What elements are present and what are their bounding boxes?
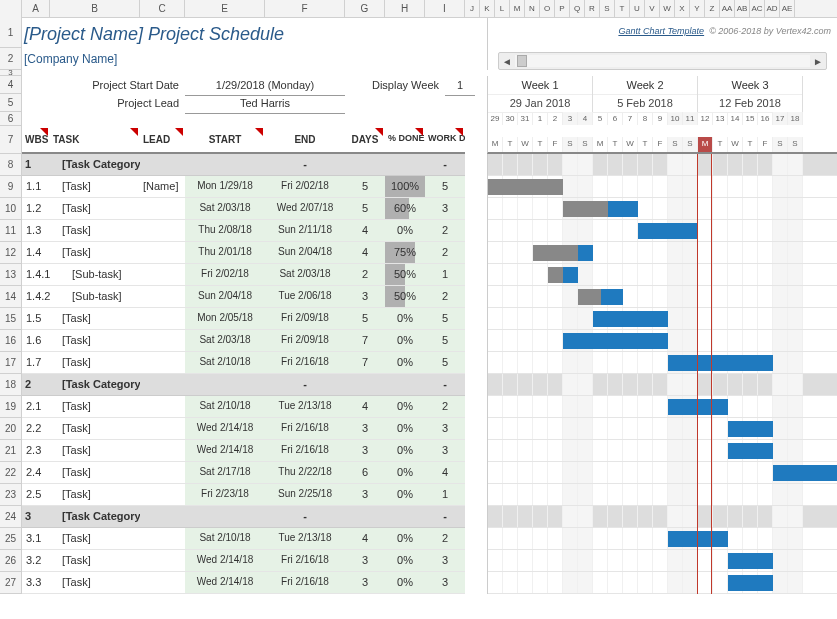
row-header-24[interactable]: 24 bbox=[0, 506, 22, 528]
cell-lead[interactable] bbox=[140, 550, 185, 572]
task-row[interactable]: 141.4.2[Sub-task]Sun 2/04/18Tue 2/06/183… bbox=[0, 286, 837, 308]
col-header-AB[interactable]: AB bbox=[735, 0, 750, 17]
task-row[interactable]: 212.3[Task]Wed 2/14/18Fri 2/16/1830%3 bbox=[0, 440, 837, 462]
task-row[interactable]: 101.2[Task]Sat 2/03/18Wed 2/07/18560%3 bbox=[0, 198, 837, 220]
cell-lead[interactable] bbox=[140, 374, 185, 396]
cell-end[interactable]: - bbox=[265, 154, 345, 176]
cell-end[interactable]: Sun 2/04/18 bbox=[265, 242, 345, 264]
cell-workdays[interactable]: 2 bbox=[425, 220, 465, 242]
col-header-S[interactable]: S bbox=[600, 0, 615, 17]
cell-workdays[interactable]: 2 bbox=[425, 528, 465, 550]
cell-lead[interactable] bbox=[140, 198, 185, 220]
gantt-bar[interactable] bbox=[668, 531, 728, 547]
row-header-13[interactable]: 13 bbox=[0, 264, 22, 286]
col-header-AA[interactable]: AA bbox=[720, 0, 735, 17]
cell-days[interactable]: 7 bbox=[345, 330, 385, 352]
row-header-11[interactable]: 11 bbox=[0, 220, 22, 242]
row-header-15[interactable]: 15 bbox=[0, 308, 22, 330]
lead-value[interactable]: Ted Harris bbox=[185, 93, 345, 114]
col-header-A[interactable]: A bbox=[22, 0, 50, 17]
cell-wbs[interactable]: 1.2 bbox=[22, 198, 50, 220]
week-scrollbar[interactable]: ◄ ► bbox=[498, 52, 827, 70]
cell-wbs[interactable]: 3.2 bbox=[22, 550, 50, 572]
gantt-cell[interactable] bbox=[488, 418, 837, 440]
category-row[interactable]: 243[Task Category]-- bbox=[0, 506, 837, 528]
gantt-bar[interactable] bbox=[548, 267, 578, 283]
cell-lead[interactable] bbox=[140, 484, 185, 506]
cell-end[interactable]: Sun 2/11/18 bbox=[265, 220, 345, 242]
row-header-4[interactable]: 4 bbox=[0, 76, 22, 94]
cell-task[interactable]: [Task] bbox=[50, 550, 140, 572]
cell-end[interactable]: Sat 2/03/18 bbox=[265, 264, 345, 286]
category-row[interactable]: 182[Task Category]-- bbox=[0, 374, 837, 396]
cell-end[interactable]: Sun 2/25/18 bbox=[265, 484, 345, 506]
cell-days[interactable] bbox=[345, 154, 385, 176]
cell-pct[interactable]: 0% bbox=[385, 462, 425, 484]
task-row[interactable]: 202.2[Task]Wed 2/14/18Fri 2/16/1830%3 bbox=[0, 418, 837, 440]
th-pct[interactable]: % DONE bbox=[385, 126, 425, 154]
cell-lead[interactable] bbox=[140, 352, 185, 374]
cell-start[interactable] bbox=[185, 506, 265, 528]
cell-task[interactable]: [Sub-task] bbox=[50, 286, 140, 308]
row-header-9[interactable]: 9 bbox=[0, 176, 22, 198]
gantt-cell[interactable] bbox=[488, 198, 837, 220]
cell-pct[interactable]: 0% bbox=[385, 352, 425, 374]
gantt-bar[interactable] bbox=[728, 421, 773, 437]
cell-start[interactable]: Sat 2/10/18 bbox=[185, 528, 265, 550]
cell-start[interactable]: Fri 2/02/18 bbox=[185, 264, 265, 286]
cell-lead[interactable] bbox=[140, 154, 185, 176]
task-row[interactable]: 121.4[Task]Thu 2/01/18Sun 2/04/18475%2 bbox=[0, 242, 837, 264]
display-week-value[interactable]: 1 bbox=[445, 75, 475, 96]
gantt-bar[interactable] bbox=[533, 245, 593, 261]
cell-task[interactable]: [Task Category] bbox=[50, 154, 140, 176]
cell-wbs[interactable]: 3.1 bbox=[22, 528, 50, 550]
cell-end[interactable]: Fri 2/16/18 bbox=[265, 572, 345, 594]
col-header-Y[interactable]: Y bbox=[690, 0, 705, 17]
row-header-16[interactable]: 16 bbox=[0, 330, 22, 352]
row-header-18[interactable]: 18 bbox=[0, 374, 22, 396]
cell-end[interactable]: - bbox=[265, 374, 345, 396]
cell-wbs[interactable]: 1.5 bbox=[22, 308, 50, 330]
row-header-23[interactable]: 23 bbox=[0, 484, 22, 506]
gantt-cell[interactable] bbox=[488, 176, 837, 198]
col-header-P[interactable]: P bbox=[555, 0, 570, 17]
cell-days[interactable]: 4 bbox=[345, 242, 385, 264]
cell-days[interactable]: 5 bbox=[345, 176, 385, 198]
cell-task[interactable]: [Task] bbox=[50, 176, 140, 198]
cell-workdays[interactable]: 3 bbox=[425, 440, 465, 462]
cell-pct[interactable]: 0% bbox=[385, 396, 425, 418]
task-row[interactable]: 192.1[Task]Sat 2/10/18Tue 2/13/1840%2 bbox=[0, 396, 837, 418]
th-wbs[interactable]: WBS bbox=[22, 126, 50, 154]
gantt-bar[interactable] bbox=[638, 223, 698, 239]
row-header-14[interactable]: 14 bbox=[0, 286, 22, 308]
cell-lead[interactable] bbox=[140, 440, 185, 462]
cell-task[interactable]: [Task] bbox=[50, 220, 140, 242]
cell-end[interactable]: Fri 2/09/18 bbox=[265, 330, 345, 352]
scroll-track[interactable] bbox=[515, 55, 810, 67]
cell-end[interactable]: Fri 2/16/18 bbox=[265, 352, 345, 374]
cell-wbs[interactable]: 1 bbox=[22, 154, 50, 176]
task-row[interactable]: 91.1[Task][Name]Mon 1/29/18Fri 2/02/1851… bbox=[0, 176, 837, 198]
row-header-8[interactable]: 8 bbox=[0, 154, 22, 176]
cell-start[interactable]: Sat 2/10/18 bbox=[185, 396, 265, 418]
cell-pct[interactable] bbox=[385, 506, 425, 528]
cell-lead[interactable] bbox=[140, 462, 185, 484]
col-header-Q[interactable]: Q bbox=[570, 0, 585, 17]
gantt-cell[interactable] bbox=[488, 154, 837, 176]
gantt-cell[interactable] bbox=[488, 220, 837, 242]
cell-days[interactable] bbox=[345, 506, 385, 528]
task-row[interactable]: 253.1[Task]Sat 2/10/18Tue 2/13/1840%2 bbox=[0, 528, 837, 550]
cell-days[interactable]: 6 bbox=[345, 462, 385, 484]
cell-lead[interactable] bbox=[140, 220, 185, 242]
task-row[interactable]: 273.3[Task]Wed 2/14/18Fri 2/16/1830%3 bbox=[0, 572, 837, 594]
cell-start[interactable]: Sun 2/04/18 bbox=[185, 286, 265, 308]
cell-end[interactable]: - bbox=[265, 506, 345, 528]
cell-lead[interactable] bbox=[140, 242, 185, 264]
col-header-J[interactable]: J bbox=[465, 0, 480, 17]
cell-end[interactable]: Thu 2/22/18 bbox=[265, 462, 345, 484]
cell-end[interactable]: Tue 2/13/18 bbox=[265, 528, 345, 550]
row-header-21[interactable]: 21 bbox=[0, 440, 22, 462]
cell-wbs[interactable]: 1.3 bbox=[22, 220, 50, 242]
cell-pct[interactable]: 0% bbox=[385, 550, 425, 572]
cell-wbs[interactable]: 2 bbox=[22, 374, 50, 396]
